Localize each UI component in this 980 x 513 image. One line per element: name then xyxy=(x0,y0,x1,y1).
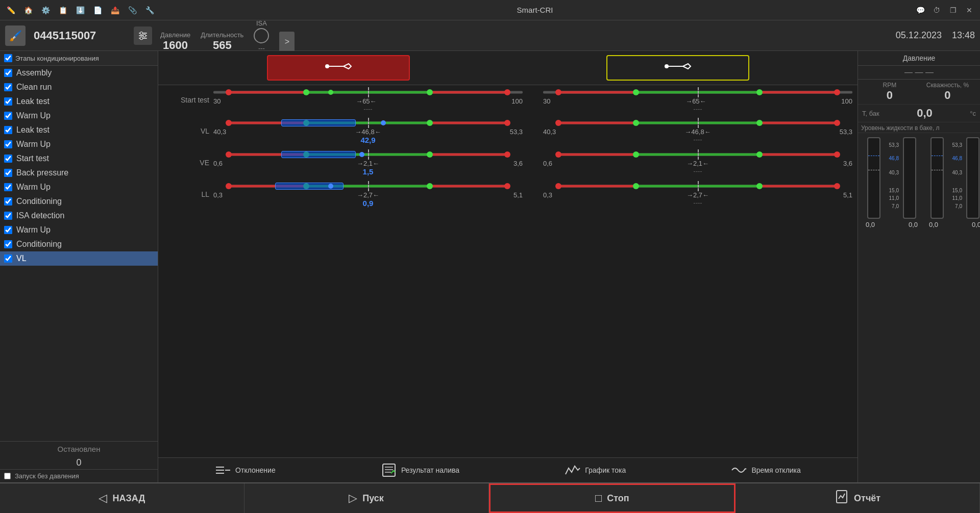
brush-icon[interactable]: 🖌️ xyxy=(5,25,26,46)
report-button[interactable]: Отчёт xyxy=(736,483,980,513)
sidebar-checkbox-conditioning1[interactable] xyxy=(4,197,12,206)
label-min-r: 30 xyxy=(543,97,550,105)
document-icon[interactable]: 📄 xyxy=(92,5,103,16)
vl-dot-r2 xyxy=(504,120,510,126)
starttest-left-labels: 30 →65← 100 xyxy=(213,97,523,105)
starttest-right-slider: 30 →65← 100 ---- xyxy=(543,87,852,113)
settings-icon[interactable]: ⚙️ xyxy=(40,5,51,16)
sidebar-item-cleanrun[interactable]: Clean run xyxy=(0,80,158,94)
injector-button-1[interactable] xyxy=(267,55,410,81)
rpm-col: RPM 0 xyxy=(869,82,910,102)
sidebar-item-warmup4[interactable]: Warm Up xyxy=(0,223,158,237)
deviation-button[interactable]: Отклонение xyxy=(209,460,282,480)
sidebar-checkbox-warmup1[interactable] xyxy=(4,112,12,120)
injector-button-2[interactable] xyxy=(606,55,749,81)
ve-left-labels: 0,6 →2,1← 3,6 xyxy=(213,160,523,167)
sidebar-item-backpressure[interactable]: Back pressure xyxy=(0,166,158,180)
sidebar-item-assembly[interactable]: Assembly xyxy=(0,66,158,80)
sidebar-checkbox-conditioning2[interactable] xyxy=(4,240,12,248)
sidebar-item-conditioning1[interactable]: Conditioning xyxy=(0,194,158,209)
test-row-ve: VE xyxy=(163,149,852,176)
close-icon[interactable]: ✕ xyxy=(964,5,975,16)
sidebar-checkbox-backpressure[interactable] xyxy=(4,169,12,177)
attach-icon[interactable]: 📎 xyxy=(127,5,138,16)
arrow-button[interactable]: > xyxy=(279,32,295,52)
duration-label: Длительность xyxy=(201,31,243,39)
device-id: 0445115007 xyxy=(34,29,126,42)
pour-result-button[interactable]: Результат налива xyxy=(375,460,465,480)
right-panel: Давление — — — RPM 0 Скважность, % 0 Т, … xyxy=(857,51,980,482)
edit-icon[interactable]: ✏️ xyxy=(5,5,16,16)
center-panel: Start test xyxy=(158,51,857,482)
svg-point-6 xyxy=(325,64,329,68)
sidebar-checkbox-leaktest2[interactable] xyxy=(4,126,12,134)
back-button[interactable]: ◁ НАЗАД xyxy=(0,483,244,513)
sidebar-item-leaktest2[interactable]: Leak test xyxy=(0,123,158,137)
isa-group: ISA --- xyxy=(254,19,269,52)
sidebar-item-warmup3[interactable]: Warm Up xyxy=(0,180,158,194)
deviation-icon xyxy=(215,463,231,477)
sidebar-item-warmup1[interactable]: Warm Up xyxy=(0,109,158,123)
ll-dot-r1 xyxy=(226,183,232,189)
ll-dot-g2 xyxy=(427,183,433,189)
current-chart-button[interactable]: График тока xyxy=(558,460,632,480)
sidebar-checkbox-warmup4[interactable] xyxy=(4,226,12,234)
gauge-marker-150-1: 15,0 xyxy=(889,188,899,193)
sidebar-item-starttest[interactable]: Start test xyxy=(0,151,158,166)
gauge-marker-110-3: 11,0 xyxy=(952,195,962,201)
sidebar-checkbox-isa[interactable] xyxy=(4,212,12,220)
vl-rdot-r1 xyxy=(555,120,561,126)
export-icon[interactable]: 📤 xyxy=(109,5,120,16)
dashed-center xyxy=(368,87,369,97)
sidebar-header-checkbox[interactable] xyxy=(4,54,12,62)
sidebar-item-conditioning2[interactable]: Conditioning xyxy=(0,237,158,251)
sidebar-checkbox-vl[interactable] xyxy=(4,254,12,263)
params-settings-button[interactable] xyxy=(134,27,152,45)
vl-rdot-r2 xyxy=(834,120,840,126)
vl-center: →46,8← xyxy=(355,128,381,136)
sidebar-item-leaktest1[interactable]: Leak test xyxy=(0,94,158,109)
stop-button[interactable]: □ Стоп xyxy=(489,483,736,513)
vl-dashed xyxy=(368,118,369,128)
starttest-left-slider: 30 →65← 100 ---- xyxy=(213,87,523,113)
clipboard-icon[interactable]: 📋 xyxy=(57,5,68,16)
no-pressure-checkbox[interactable] xyxy=(4,473,11,479)
chat-icon[interactable]: 💬 xyxy=(915,5,926,16)
starttest-left-dashes: ---- xyxy=(213,105,523,113)
svg-rect-11 xyxy=(383,464,395,476)
sidebar-item-vl[interactable]: VL xyxy=(0,251,158,266)
home-icon[interactable]: 🏠 xyxy=(22,5,34,16)
sidebar-checkbox-cleanrun[interactable] xyxy=(4,83,12,91)
vl-right-slider: 40,3 →46,8← 53,3 ---- xyxy=(543,118,852,143)
tool-icon[interactable]: 🔧 xyxy=(144,5,155,16)
ve-center: →2,1← xyxy=(357,160,379,167)
timer-icon[interactable]: ⏱ xyxy=(931,5,942,16)
ve-left-track xyxy=(213,149,523,160)
ll-left-track xyxy=(213,181,523,191)
download-icon[interactable]: ⬇️ xyxy=(75,5,86,16)
row-label-ve: VE xyxy=(163,159,209,167)
sidebar-checkbox-leaktest1[interactable] xyxy=(4,97,12,106)
sidebar-checkbox-warmup3[interactable] xyxy=(4,183,12,191)
isa-label: ISA xyxy=(256,19,267,27)
gauge3-value: 0,0 xyxy=(923,221,944,228)
start-button[interactable]: ▷ Пуск xyxy=(244,483,489,513)
dot-green-left xyxy=(303,89,309,95)
title-bar: ✏️ 🏠 ⚙️ 📋 ⬇️ 📄 📤 📎 🔧 Smart-CRI 💬 ⏱ ❐ ✕ xyxy=(0,0,980,20)
sidebar-checkbox-starttest[interactable] xyxy=(4,155,12,163)
sidebar-item-isa[interactable]: ISA detection xyxy=(0,209,158,223)
sidebar-checkbox-assembly[interactable] xyxy=(4,69,12,77)
sidebar-label-warmup4: Warm Up xyxy=(16,225,51,235)
rpm-value: 0 xyxy=(887,89,893,102)
ll-dot-r2 xyxy=(504,183,510,189)
maximize-icon[interactable]: ❐ xyxy=(947,5,959,16)
ve-max: 3,6 xyxy=(513,160,523,167)
response-time-label: Время отклика xyxy=(751,466,800,474)
pressure-value: 1600 xyxy=(163,39,188,52)
response-time-button[interactable]: Время отклика xyxy=(725,460,806,480)
row-label-vl: VL xyxy=(163,127,209,135)
sidebar-checkbox-warmup2[interactable] xyxy=(4,140,12,148)
sidebar-item-warmup2[interactable]: Warm Up xyxy=(0,137,158,151)
gauge-marker-70-1: 7,0 xyxy=(892,203,899,209)
ve-rcenter: →2,1← xyxy=(687,160,709,167)
